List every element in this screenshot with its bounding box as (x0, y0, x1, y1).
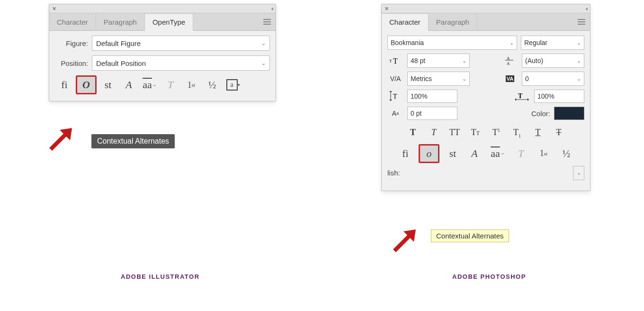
tab-character[interactable]: Character (382, 13, 429, 31)
superscript-button[interactable]: T1 (490, 128, 503, 138)
svg-text:A: A (507, 61, 510, 66)
type-style-row: T T TT TT T1 T1 T T (387, 128, 584, 138)
faux-italic-button[interactable]: T (427, 128, 440, 138)
strikethrough-button[interactable]: T (552, 128, 565, 138)
font-family-select[interactable]: Bookmania⌄ (387, 36, 517, 50)
horizontal-scale-value: 100% (537, 92, 555, 100)
ligatures-button[interactable]: fi (55, 76, 74, 93)
figure-value: Default Figure (96, 39, 141, 47)
collapse-icon[interactable]: ‹‹ (271, 6, 273, 11)
stylistic-sets-button[interactable]: a▾ (224, 76, 242, 93)
chevron-down-icon: ⌄ (261, 40, 266, 46)
underline-button[interactable]: T (531, 128, 545, 138)
svg-marker-18 (515, 98, 516, 101)
titling-alternates-button[interactable]: T (161, 76, 180, 93)
font-size-icon: TT (387, 56, 403, 65)
photoshop-panel: ✕ ‹‹ Character Paragraph Bookmania⌄ Regu… (381, 4, 590, 191)
boxed-a-icon: a (226, 79, 238, 91)
panel-body: Figure: Default Figure ⌄ Position: Defau… (49, 31, 276, 101)
stylistic-alternates-button[interactable]: aa→ (140, 76, 159, 93)
tracking-value: 0 (525, 75, 529, 82)
swash-button[interactable]: A (466, 145, 483, 162)
subscript-button[interactable]: T1 (510, 128, 524, 138)
highlight-arrow-icon (388, 226, 417, 254)
tab-paragraph[interactable]: Paragraph (429, 13, 477, 30)
language-label-partial: lish: (387, 169, 408, 177)
fractions-button[interactable]: ½ (203, 76, 222, 93)
opentype-buttons-row: fi o st A aa→ T 1st ½ (387, 144, 584, 163)
chevron-down-icon: ⌄ (577, 40, 581, 46)
chevron-down-icon: ⌄ (462, 76, 466, 82)
font-style-select[interactable]: Regular⌄ (521, 36, 584, 50)
font-size-value: 48 pt (411, 57, 425, 64)
svg-text:T: T (393, 57, 398, 65)
stylistic-alternates-button[interactable]: aa→ (488, 145, 508, 162)
tab-paragraph[interactable]: Paragraph (96, 13, 145, 30)
stylistic-icon: aa (143, 79, 152, 91)
contextual-alternates-button[interactable]: O (76, 75, 97, 94)
tab-bar: Character Paragraph OpenType (49, 13, 276, 31)
svg-text:T: T (389, 59, 392, 64)
collapse-icon[interactable]: ‹‹ (586, 6, 587, 11)
tab-character[interactable]: Character (49, 13, 96, 30)
panel-menu-icon[interactable] (573, 13, 590, 30)
discretionary-ligatures-button[interactable]: st (98, 76, 117, 93)
svg-text:T: T (393, 93, 397, 100)
illustrator-caption: ADOBE ILLUSTRATOR (121, 273, 200, 280)
leading-value: (Auto) (525, 57, 543, 64)
faux-bold-button[interactable]: T (406, 128, 420, 138)
horizontal-scale-icon: T (514, 91, 530, 101)
opentype-buttons-row: fi O st A aa→ T 1st ½ a▾ (55, 75, 270, 94)
baseline-shift-value: 0 pt (411, 110, 421, 117)
svg-marker-3 (49, 128, 72, 151)
position-value: Default Position (96, 59, 146, 67)
font-family-value: Bookmania (391, 39, 424, 46)
horizontal-scale-input[interactable]: 100% (534, 90, 584, 103)
fractions-button[interactable]: ½ (558, 145, 575, 162)
chevron-down-icon: ⌄ (577, 58, 581, 64)
close-icon[interactable]: ✕ (52, 6, 56, 12)
discretionary-ligatures-button[interactable]: st (444, 145, 461, 162)
color-label: Color: (531, 110, 550, 118)
position-select[interactable]: Default Position ⌄ (92, 55, 270, 71)
panel-body: Bookmania⌄ Regular⌄ TT 48 pt⌄ AA (Auto)⌄… (382, 31, 590, 191)
antialias-chevron[interactable]: ⌄ (573, 166, 584, 180)
leading-icon: AA (502, 55, 518, 66)
small-caps-button[interactable]: TT (469, 128, 482, 138)
tab-opentype[interactable]: OpenType (145, 13, 193, 31)
tab-bar: Character Paragraph (382, 13, 590, 31)
svg-marker-20 (393, 229, 416, 252)
chevron-down-icon: ⌄ (577, 170, 581, 176)
all-caps-button[interactable]: TT (448, 128, 461, 138)
font-style-value: Regular (524, 39, 547, 46)
swash-button[interactable]: A (119, 76, 138, 93)
tracking-select[interactable]: 0⌄ (522, 72, 584, 86)
font-size-select[interactable]: 48 pt⌄ (407, 54, 470, 68)
ordinals-button[interactable]: 1st (182, 76, 201, 93)
figure-select[interactable]: Default Figure ⌄ (92, 36, 270, 51)
tooltip-contextual-alternates: Contextual Alternates (431, 229, 509, 242)
contextual-alternates-button[interactable]: o (419, 144, 439, 163)
ordinals-button[interactable]: 1st (534, 145, 553, 162)
photoshop-caption: ADOBE PHOTOSHOP (452, 273, 526, 280)
panel-titlebar: ✕ ‹‹ (49, 4, 276, 13)
vertical-scale-value: 100% (411, 92, 428, 100)
panel-titlebar: ✕ ‹‹ (382, 4, 590, 13)
close-icon[interactable]: ✕ (385, 6, 389, 12)
baseline-shift-icon: Aa (387, 110, 403, 117)
kerning-icon: V/A (387, 75, 403, 82)
svg-marker-14 (389, 100, 392, 101)
leading-select[interactable]: (Auto)⌄ (522, 54, 584, 68)
vertical-scale-icon: T (387, 91, 403, 101)
kerning-select[interactable]: Metrics⌄ (407, 72, 470, 86)
chevron-down-icon: ⌄ (462, 58, 466, 64)
titling-alternates-button[interactable]: T (512, 145, 529, 162)
illustrator-panel: ✕ ‹‹ Character Paragraph OpenType Figure… (49, 4, 276, 101)
position-label: Position: (55, 59, 88, 67)
vertical-scale-input[interactable]: 100% (407, 90, 457, 103)
ligatures-button[interactable]: fi (397, 145, 414, 162)
panel-menu-icon[interactable] (259, 13, 276, 30)
baseline-shift-input[interactable]: 0 pt (407, 107, 457, 120)
svg-marker-19 (528, 98, 529, 101)
color-swatch[interactable] (554, 107, 584, 120)
